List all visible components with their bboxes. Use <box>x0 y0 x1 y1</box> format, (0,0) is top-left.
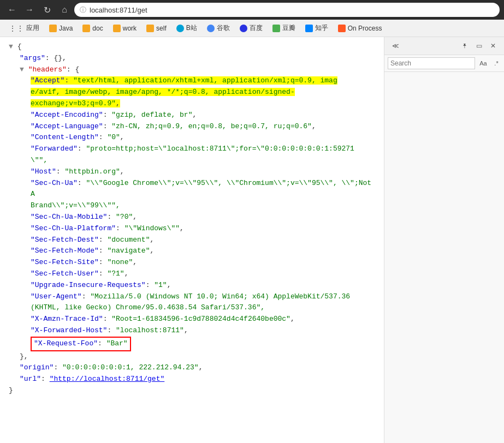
bookmark-google[interactable]: 谷歌 <box>203 22 234 34</box>
search-input-row: Aa .* ↺ <box>384 55 504 72</box>
bookmark-java-label: Java <box>59 25 73 32</box>
search-panel: ≪ 🖈 ▭ ✕ Aa .* ↺ <box>384 37 504 443</box>
accept-line3: exchange;v=b3;q=0.9", <box>9 98 375 110</box>
json-panel[interactable]: ▼ { "args": {}, ▼ "headers": { "Accept":… <box>0 37 384 443</box>
json-root-close: } <box>9 385 375 397</box>
back-button[interactable]: ← <box>4 2 20 17</box>
bookmark-bilibili[interactable]: B站 <box>172 22 201 34</box>
search-panel-buttons: 🖈 ▭ ✕ <box>458 39 500 52</box>
sec-fetch-site-line: "Sec-Fetch-Site": "none", <box>9 257 375 268</box>
search-panel-back-button[interactable]: ≪ <box>389 39 402 52</box>
bookmark-onprocess[interactable]: On Process <box>334 23 387 34</box>
sec-ch-ua-line: "Sec-Ch-Ua": "\\"Google Chrome\\";v=\\"9… <box>9 178 375 201</box>
bookmark-self[interactable]: self <box>142 23 171 34</box>
search-input[interactable] <box>388 57 475 69</box>
user-agent-line: "User-Agent": "Mozilla/5.0 (Windows NT 1… <box>9 291 375 303</box>
reload-button[interactable]: ↻ <box>39 2 55 17</box>
x-amzn-line: "X-Amzn-Trace-Id": "Root=1-61834596-1c9d… <box>9 314 375 325</box>
bookmark-self-label: self <box>156 25 167 32</box>
bookmark-folder-icon <box>49 25 57 32</box>
bookmark-work[interactable]: work <box>109 23 141 34</box>
bookmark-zhihu-label: 知乎 <box>315 23 328 33</box>
expand-arrow[interactable]: ▼ <box>20 65 24 74</box>
content-length-line: "Content-Length": "0", <box>9 132 375 143</box>
forward-button[interactable]: → <box>22 2 37 17</box>
headers-close: }, <box>9 351 375 363</box>
search-pin-button[interactable]: 🖈 <box>458 39 471 52</box>
search-options: Aa .* ↺ <box>477 57 504 69</box>
search-dot-button[interactable]: .* <box>490 57 502 69</box>
secure-icon: ⓘ <box>80 5 86 15</box>
bookmark-java[interactable]: Java <box>45 23 77 34</box>
bookmark-onprocess-label: On Process <box>348 25 382 32</box>
bookmark-apps-label: 应用 <box>26 23 39 33</box>
address-text: localhost:8711/get <box>90 6 147 14</box>
home-button[interactable]: ⌂ <box>57 2 72 17</box>
sec-ch-ua-platform-line: "Sec-Ch-Ua-Platform": "\"Windows\"", <box>9 223 375 235</box>
bookmark-doc[interactable]: doc <box>78 23 107 34</box>
accept-line2: e/avif, image/webp, image/apng, */*;q=0.… <box>9 87 375 98</box>
forwarded-line: "Forwarded": "proto=http;host=\"localhos… <box>9 143 375 155</box>
sec-fetch-dest-line: "Sec-Fetch-Dest": "document", <box>9 235 375 246</box>
sec-fetch-mode-line: "Sec-Fetch-Mode": "navigate", <box>9 246 375 257</box>
baidu-icon <box>240 25 247 32</box>
url-line: "url": "http://localhost:8711/get" <box>9 374 375 385</box>
accept-encoding-line: "Accept-Encoding": "gzip, deflate, br", <box>9 110 375 121</box>
args-line: "args": {}, <box>9 53 375 64</box>
accept-language-line: "Accept-Language": "zh-CN, zh;q=0.9, en;… <box>9 121 375 133</box>
sec-fetch-user-line: "Sec-Fetch-User": "?1", <box>9 268 375 280</box>
accept-line: "Accept": "text/html, application/xhtml+… <box>9 75 375 87</box>
forwarded-line2: \"", <box>9 155 375 166</box>
bookmark-douban[interactable]: 豆瓣 <box>268 22 300 34</box>
google-icon <box>207 25 215 32</box>
url-link[interactable]: "http://localhost:8711/get" <box>50 375 165 383</box>
bookmark-work-label: work <box>123 25 137 32</box>
sec-ch-ua-line2: Brand\\";v=\\"99\\"", <box>9 200 375 212</box>
bookmark-doc-label: doc <box>92 25 103 32</box>
apps-grid-icon: ⋮⋮ <box>9 24 24 33</box>
bookmark-apps[interactable]: ⋮⋮ 应用 <box>4 22 44 34</box>
bookmark-folder-icon <box>113 25 121 32</box>
bookmark-baidu-label: 百度 <box>250 23 263 33</box>
json-root-open: ▼ { <box>9 41 375 53</box>
search-close-button[interactable]: ✕ <box>487 39 500 52</box>
search-match-case-button[interactable]: Aa <box>477 57 489 69</box>
bilibili-icon <box>176 25 184 32</box>
sec-ch-ua-mobile-line: "Sec-Ch-Ua-Mobile": "?0", <box>9 212 375 223</box>
bookmark-folder-icon <box>146 25 154 32</box>
bookmark-baidu[interactable]: 百度 <box>235 22 267 34</box>
douban-icon <box>272 25 280 32</box>
bookmarks-bar: ⋮⋮ 应用 Java doc work self B站 谷歌 百度 豆瓣 知乎 … <box>0 20 504 37</box>
headers-line: ▼ "headers": { <box>9 64 375 76</box>
bookmark-bilibili-label: B站 <box>186 23 197 33</box>
search-panel-header: ≪ 🖈 ▭ ✕ <box>384 37 504 55</box>
x-request-foo-line: "X-Request-Foo": "Bar" <box>9 337 375 351</box>
origin-line: "origin": "0:0:0:0:0:0:0:1, 222.212.94.2… <box>9 362 375 374</box>
bookmark-google-label: 谷歌 <box>217 23 230 33</box>
upgrade-line: "Upgrade-Insecure-Requests": "1", <box>9 280 375 291</box>
collapse-arrow[interactable]: ▼ <box>9 43 13 51</box>
bookmark-zhihu[interactable]: 知乎 <box>301 22 333 34</box>
address-bar[interactable]: ⓘ localhost:8711/get <box>74 3 500 17</box>
user-agent-line2: (KHTML, like Gecko) Chrome/95.0.4638.54 … <box>9 302 375 314</box>
bookmark-douban-label: 豆瓣 <box>282 23 295 33</box>
host-line: "Host": "httpbin.org", <box>9 166 375 178</box>
x-fwd-host-line: "X-Forwarded-Host": "localhost:8711", <box>9 325 375 337</box>
search-window-button[interactable]: ▭ <box>472 39 485 52</box>
zhihu-icon <box>305 25 313 32</box>
browser-titlebar: ← → ↻ ⌂ ⓘ localhost:8711/get <box>0 0 504 20</box>
content-area: ▼ { "args": {}, ▼ "headers": { "Accept":… <box>0 37 504 443</box>
bookmark-folder-icon <box>82 25 90 32</box>
onprocess-icon <box>338 25 346 32</box>
